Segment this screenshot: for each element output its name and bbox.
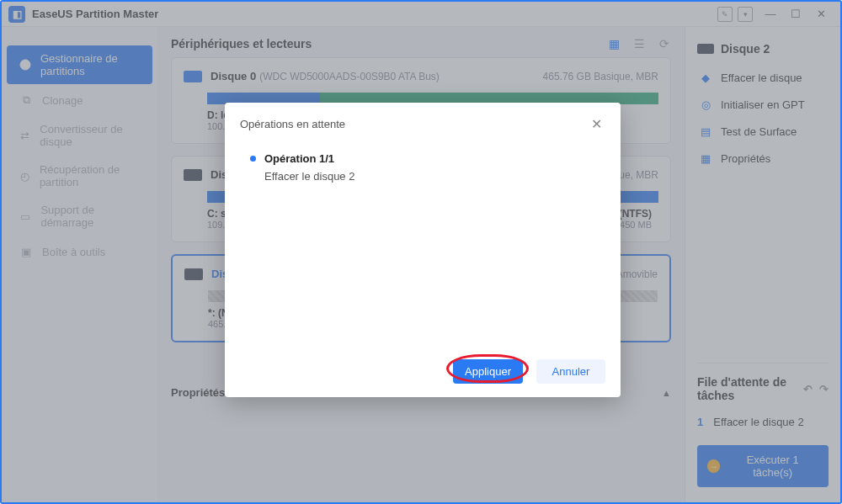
operation-desc: Effacer le disque 2 [264,170,600,183]
apply-button[interactable]: Appliquer [453,359,523,384]
operation-title: Opération 1/1 [264,152,334,165]
app-window: ◧ EaseUS Partition Master ✎ ▾ — ☐ ✕ Gest… [0,0,842,504]
modal-close-button[interactable]: ✕ [588,114,605,134]
pending-operations-modal: Opérations en attente ✕ Opération 1/1 Ef… [225,103,621,397]
cancel-button[interactable]: Annuler [536,359,605,384]
bullet-icon [250,156,256,162]
modal-title: Opérations en attente [240,118,345,130]
